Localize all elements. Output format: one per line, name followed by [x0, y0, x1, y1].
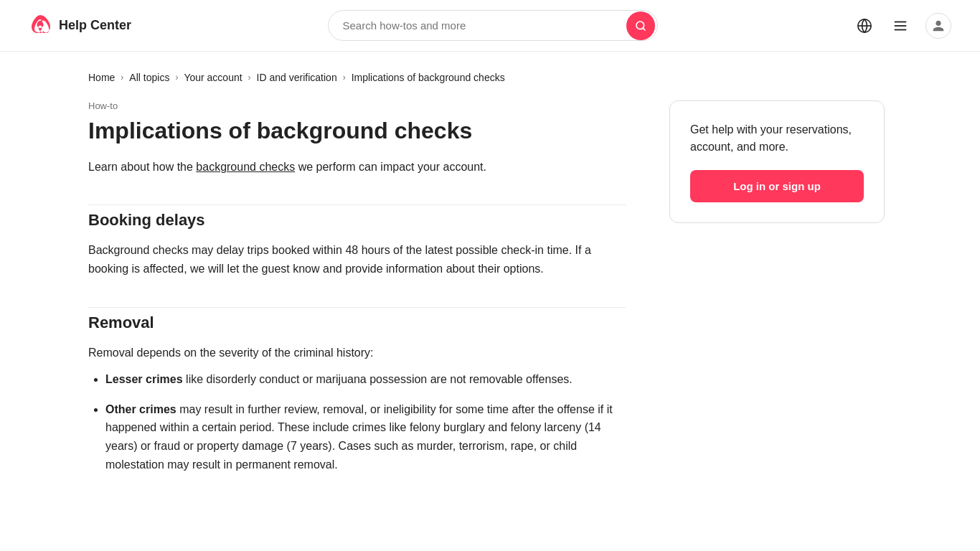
svg-line-1 — [643, 28, 645, 30]
section-text-booking-delays: Background checks may delay trips booked… — [88, 241, 626, 278]
section-removal: Removal Removal depends on the severity … — [88, 307, 626, 474]
user-icon — [932, 19, 945, 32]
menu-icon — [892, 18, 908, 34]
breadcrumb-home[interactable]: Home — [88, 72, 115, 83]
background-checks-link[interactable]: background checks — [196, 161, 295, 173]
menu-button[interactable] — [890, 15, 911, 37]
header-right-actions — [854, 13, 951, 39]
breadcrumb-separator-1: › — [121, 72, 123, 83]
site-title: Help Center — [59, 18, 131, 33]
removal-list: Lesser crimes like disorderly conduct or… — [88, 370, 626, 474]
article-intro: Learn about how the background checks we… — [88, 159, 626, 176]
sidebar-card: Get help with your reservations, account… — [669, 100, 885, 223]
breadcrumb: Home › All topics › Your account › ID an… — [88, 52, 892, 100]
search-input[interactable] — [328, 10, 658, 41]
intro-after: we perform can impact your account. — [295, 161, 486, 173]
sidebar-card-text: Get help with your reservations, account… — [690, 121, 864, 156]
login-signup-button[interactable]: Log in or sign up — [690, 170, 864, 202]
site-header: Help Center — [0, 0, 980, 52]
breadcrumb-id-verification[interactable]: ID and verification — [257, 72, 337, 83]
breadcrumb-all-topics[interactable]: All topics — [129, 72, 169, 83]
other-crimes-text: may result in further review, removal, o… — [105, 403, 613, 471]
main-content: Home › All topics › Your account › ID an… — [60, 52, 920, 502]
lesser-crimes-term: Lesser crimes — [105, 373, 183, 385]
header-logo-area: Help Center — [29, 14, 131, 37]
list-item-other-crimes: Other crimes may result in further revie… — [105, 400, 626, 474]
content-wrapper: How-to Implications of background checks… — [88, 100, 892, 502]
article-title: Implications of background checks — [88, 117, 626, 144]
breadcrumb-current: Implications of background checks — [352, 72, 505, 83]
article-label: How-to — [88, 100, 626, 111]
section-text-removal-intro: Removal depends on the severity of the c… — [88, 344, 626, 362]
section-booking-delays: Booking delays Background checks may del… — [88, 204, 626, 278]
sidebar: Get help with your reservations, account… — [669, 100, 885, 223]
section-heading-booking-delays: Booking delays — [88, 204, 626, 230]
intro-before: Learn about how the — [88, 161, 196, 173]
breadcrumb-your-account[interactable]: Your account — [184, 72, 242, 83]
lesser-crimes-text: like disorderly conduct or marijuana pos… — [183, 373, 573, 385]
search-icon — [635, 20, 646, 32]
section-heading-removal: Removal — [88, 307, 626, 332]
article: How-to Implications of background checks… — [88, 100, 626, 502]
globe-icon — [857, 18, 872, 34]
breadcrumb-separator-2: › — [175, 72, 178, 83]
airbnb-logo-icon — [29, 14, 52, 37]
profile-avatar[interactable] — [925, 13, 951, 39]
search-button[interactable] — [626, 11, 655, 40]
search-area — [328, 10, 658, 41]
other-crimes-term: Other crimes — [105, 403, 176, 415]
breadcrumb-separator-4: › — [343, 72, 346, 83]
language-button[interactable] — [854, 15, 875, 37]
breadcrumb-separator-3: › — [248, 72, 251, 83]
list-item-lesser-crimes: Lesser crimes like disorderly conduct or… — [105, 370, 626, 389]
